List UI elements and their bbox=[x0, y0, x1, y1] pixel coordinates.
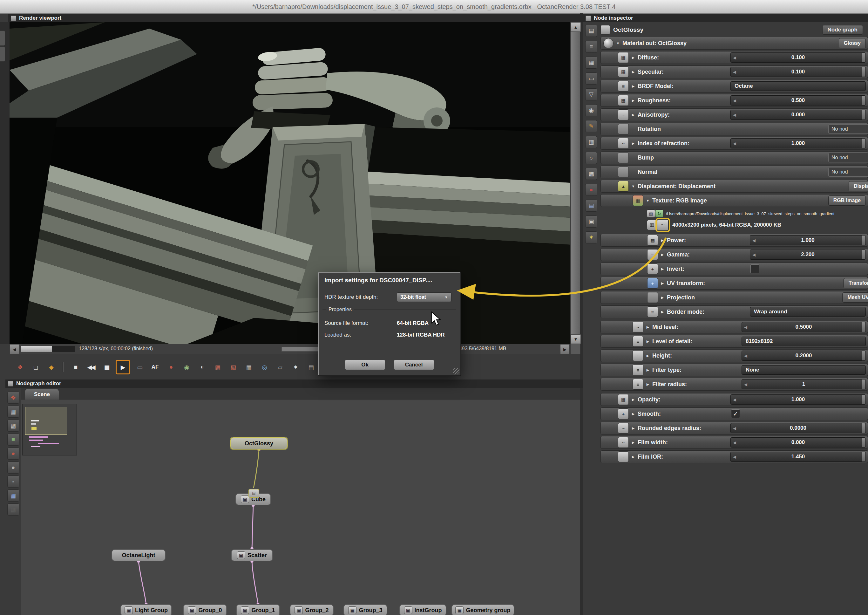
material-ball-icon[interactable] bbox=[603, 38, 614, 48]
autofocus-icon[interactable]: AF bbox=[149, 361, 161, 373]
badge-rgb-image[interactable]: RGB image bbox=[828, 195, 866, 206]
pause-render-icon[interactable]: ▮▮ bbox=[100, 361, 113, 373]
node-instgroup[interactable]: ▣instGroup bbox=[399, 604, 446, 615]
render-layers-icon[interactable]: ▦ bbox=[585, 136, 597, 148]
slider-increment-icon[interactable] bbox=[862, 139, 865, 148]
bool-icon[interactable]: + bbox=[618, 408, 629, 419]
expander-arrow[interactable]: ▶ bbox=[631, 56, 636, 60]
float-icon[interactable]: ~ bbox=[618, 437, 629, 448]
texture-icon[interactable]: ▦ bbox=[618, 394, 629, 405]
slider-increment-icon[interactable] bbox=[862, 351, 865, 361]
node-graph-button[interactable]: Node graph bbox=[822, 25, 863, 34]
slider-increment-icon[interactable] bbox=[862, 322, 865, 332]
snapshot-icon[interactable]: ▣ bbox=[585, 215, 597, 228]
slider-decrement-icon[interactable]: ◀ bbox=[733, 112, 736, 117]
render-viewport[interactable] bbox=[9, 22, 570, 344]
node-group-0[interactable]: ▣Group_0 bbox=[183, 604, 227, 615]
slider-increment-icon[interactable] bbox=[862, 452, 865, 462]
edit-annotation-icon[interactable]: ✎ bbox=[585, 120, 597, 132]
panel-dock-icon[interactable] bbox=[8, 381, 13, 387]
slider-decrement-icon[interactable]: ◀ bbox=[733, 141, 736, 146]
inspected-node-name[interactable]: OctGlossy bbox=[613, 27, 644, 33]
expander-arrow[interactable]: ▶ bbox=[645, 382, 650, 387]
nodegraph-canvas[interactable]: Scene ❖▦▩≡●●▪▦▩ OctGlossy▣CubeOctaneLigh… bbox=[5, 388, 580, 615]
panel-divider[interactable] bbox=[580, 13, 583, 615]
node-octanelight[interactable]: OctaneLight bbox=[112, 549, 165, 561]
node-inspector-header[interactable]: Node inspector bbox=[583, 14, 868, 22]
value-level-of-detail[interactable]: 8192x8192 bbox=[742, 337, 866, 346]
left-edge-tab[interactable] bbox=[0, 47, 5, 62]
float-icon[interactable]: ~ bbox=[618, 109, 629, 120]
slider-decrement-icon[interactable]: ◀ bbox=[733, 440, 736, 445]
float-icon[interactable]: ~ bbox=[633, 350, 644, 361]
node-scatter[interactable]: ▣Scatter bbox=[231, 549, 273, 561]
node-slot-rotation[interactable]: No nod bbox=[828, 124, 868, 134]
node-slot-normal[interactable]: No nod bbox=[828, 167, 868, 177]
left-edge-tab[interactable] bbox=[0, 31, 5, 46]
expander-arrow[interactable]: ▶ bbox=[631, 70, 636, 74]
slider-gamma[interactable]: ◀2.200 bbox=[750, 250, 866, 260]
scroll-up-arrow[interactable]: ▲ bbox=[570, 22, 581, 32]
render-history-icon[interactable]: ○ bbox=[585, 152, 597, 164]
render-region-icon[interactable]: ▩ bbox=[211, 361, 224, 373]
slider-decrement-icon[interactable]: ◀ bbox=[733, 70, 736, 74]
scroll-right-arrow[interactable]: ▶ bbox=[560, 344, 570, 354]
viewport-vertical-scrollbar[interactable]: ▲ ▼ bbox=[570, 22, 580, 344]
badge-mesh-uv[interactable]: Mesh UV bbox=[842, 292, 868, 303]
slider-index-of-refraction[interactable]: ◀1.000 bbox=[731, 138, 866, 148]
slider-increment-icon[interactable] bbox=[862, 110, 865, 120]
horizontal-scroll-thumb[interactable] bbox=[282, 347, 323, 351]
zoom-tool-icon[interactable]: ◎ bbox=[258, 361, 270, 373]
expander-arrow[interactable]: ▶ bbox=[660, 267, 665, 271]
expander-arrow[interactable]: ▶ bbox=[631, 84, 636, 88]
float-icon[interactable]: ~ bbox=[618, 138, 629, 149]
expander-arrow[interactable]: ▶ bbox=[645, 339, 650, 343]
slider-specular[interactable]: ◀0.100 bbox=[731, 67, 866, 77]
slider-increment-icon[interactable] bbox=[862, 96, 865, 105]
node-group-3[interactable]: ▣Group_3 bbox=[343, 604, 387, 615]
window-title-bar[interactable]: */Users/barnapro/Downloads/displacement_… bbox=[0, 0, 868, 14]
stop-render-icon[interactable]: ■ bbox=[69, 361, 82, 373]
material-preview-icon[interactable]: ● bbox=[585, 184, 597, 196]
alpha-mode-icon[interactable]: ▦ bbox=[242, 361, 255, 373]
image-icon[interactable]: ▦ bbox=[633, 195, 644, 206]
float-icon[interactable]: ~ bbox=[647, 249, 658, 260]
value-filter-type[interactable]: None bbox=[742, 365, 866, 375]
pick-white-balance-icon[interactable]: ◐ bbox=[195, 361, 208, 373]
restart-render-icon[interactable]: ◀◀ bbox=[84, 361, 97, 373]
enum-icon[interactable]: ≡ bbox=[618, 81, 629, 92]
render-viewport-header[interactable]: Render viewport bbox=[8, 14, 583, 22]
slider-mid-level[interactable]: ◀0.5000 bbox=[742, 322, 866, 332]
slider-increment-icon[interactable] bbox=[862, 236, 865, 245]
slider-decrement-icon[interactable]: ◀ bbox=[752, 252, 756, 257]
slider-power[interactable]: ◀1.000 bbox=[750, 235, 866, 245]
slider-roughness[interactable]: ◀0.500 bbox=[731, 95, 866, 106]
slider-increment-icon[interactable] bbox=[862, 250, 865, 259]
slider-filter-radius[interactable]: ◀1 bbox=[742, 379, 866, 389]
film-settings-icon[interactable]: ▭ bbox=[585, 72, 597, 84]
uv-icon[interactable]: + bbox=[647, 278, 658, 289]
pan-tool-icon[interactable]: ▱ bbox=[273, 361, 286, 373]
expander-arrow[interactable]: ▶ bbox=[631, 426, 636, 430]
table-icon[interactable]: ▦ bbox=[647, 220, 657, 230]
expander-arrow[interactable]: ▼ bbox=[631, 184, 636, 188]
expander-arrow[interactable]: ▶ bbox=[660, 281, 665, 286]
slider-anisotropy[interactable]: ◀0.000 bbox=[731, 110, 866, 120]
node-light-group[interactable]: ▣Light Group bbox=[120, 604, 172, 615]
copy-buffer-icon[interactable]: ▤ bbox=[585, 25, 597, 37]
enum-icon[interactable]: ≡ bbox=[633, 336, 644, 347]
cancel-button[interactable]: Cancel bbox=[394, 360, 434, 370]
slider-decrement-icon[interactable]: ◀ bbox=[733, 397, 736, 402]
expander-arrow[interactable]: ▶ bbox=[645, 368, 650, 372]
scroll-down-arrow[interactable]: ▼ bbox=[570, 334, 581, 344]
slider-increment-icon[interactable] bbox=[862, 379, 865, 389]
show-nodegraph-icon[interactable]: ❖ bbox=[13, 361, 26, 373]
node-geometry-group[interactable]: ▣Geometry group bbox=[452, 604, 514, 615]
expander-arrow[interactable]: ▶ bbox=[645, 325, 650, 329]
slider-increment-icon[interactable] bbox=[862, 438, 865, 447]
expander-arrow[interactable]: ▶ bbox=[631, 412, 636, 416]
expander-arrow[interactable]: ▶ bbox=[631, 113, 636, 117]
render-target-icon[interactable]: ◉ bbox=[585, 104, 597, 116]
slider-opacity[interactable]: ◀1.000 bbox=[731, 395, 866, 404]
expander-arrow[interactable]: ▶ bbox=[631, 455, 636, 459]
